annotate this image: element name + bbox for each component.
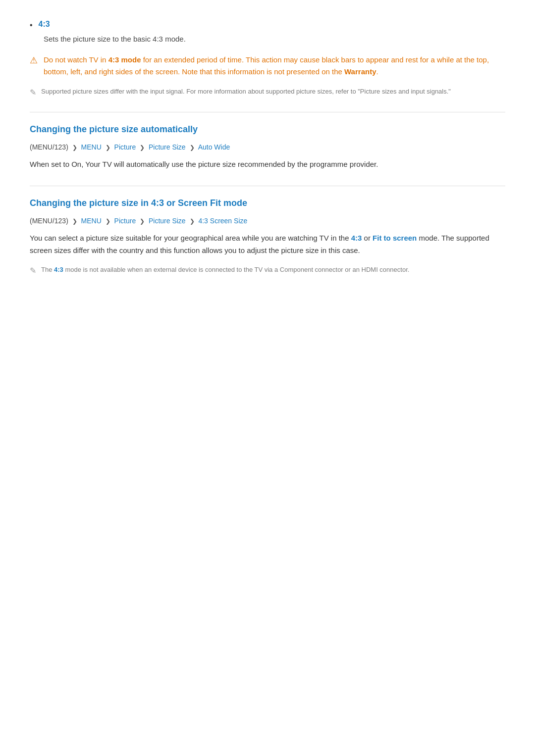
bc2-arrow1: ❯ <box>72 218 77 225</box>
bc2-part1: (MENU/123) <box>30 217 68 225</box>
pencil-icon-1: ✎ <box>30 88 36 97</box>
section1-breadcrumb: (MENU/123) ❯ MENU ❯ Picture ❯ Picture Si… <box>30 142 505 152</box>
bc2-arrow2: ❯ <box>106 218 110 225</box>
note-text-1: Supported picture sizes differ with the … <box>41 87 451 97</box>
note2-link: 4:3 <box>54 266 63 273</box>
bullet-label: 4:3 <box>39 20 50 29</box>
bullet-item-4-3: • 4:3 <box>30 20 505 30</box>
note2-after: mode is not available when an external d… <box>63 266 410 273</box>
section2-body-before: You can select a picture size suitable f… <box>30 234 351 242</box>
note-box-2: ✎ The 4:3 mode is not available when an … <box>30 265 505 275</box>
bc2-part5: 4:3 Screen Size <box>198 217 247 225</box>
warning-text-before: Do not watch TV in <box>44 55 108 64</box>
bullet-description: Sets the picture size to the basic 4:3 m… <box>44 34 505 45</box>
note-box-1: ✎ Supported picture sizes differ with th… <box>30 87 505 97</box>
note2-before: The <box>41 266 54 273</box>
bc1-part3: Picture <box>114 143 136 151</box>
section2-body: You can select a picture size suitable f… <box>30 232 505 257</box>
bc1-part1: (MENU/123) <box>30 143 68 151</box>
bc1-arrow4: ❯ <box>190 144 195 151</box>
bc1-part4: Picture Size <box>149 143 186 151</box>
section2-link-1: 4:3 <box>351 234 362 242</box>
section-divider-2 <box>30 186 505 186</box>
bc1-arrow2: ❯ <box>106 144 110 151</box>
section2-breadcrumb: (MENU/123) ❯ MENU ❯ Picture ❯ Picture Si… <box>30 215 505 226</box>
warning-link-2: Warranty <box>344 67 376 76</box>
pencil-icon-2: ✎ <box>30 266 36 275</box>
bc2-arrow4: ❯ <box>190 218 195 225</box>
note-text-2: The 4:3 mode is not available when an ex… <box>41 265 409 275</box>
bc1-part2: MENU <box>81 143 102 151</box>
section2-body-mid: or <box>362 234 373 242</box>
section1-title: Changing the picture size automatically <box>30 124 505 135</box>
warning-link-1: 4:3 mode <box>108 55 141 64</box>
bullet-dot: • <box>30 21 33 30</box>
section1-body: When set to On, Your TV will automatical… <box>30 158 505 171</box>
section2-title: Changing the picture size in 4:3 or Scre… <box>30 198 505 208</box>
section-divider-1 <box>30 112 505 112</box>
bc1-part5: Auto Wide <box>198 143 230 151</box>
bc2-arrow3: ❯ <box>140 218 145 225</box>
bc2-part3: Picture <box>114 217 136 225</box>
warning-icon: ⚠ <box>30 55 38 66</box>
bc1-arrow1: ❯ <box>72 144 77 151</box>
bc2-part2: MENU <box>81 217 102 225</box>
section2-link-2: Fit to screen <box>373 234 417 242</box>
bc2-part4: Picture Size <box>149 217 186 225</box>
warning-box: ⚠ Do not watch TV in 4:3 mode for an ext… <box>30 54 505 78</box>
warning-text-end: . <box>376 67 378 76</box>
warning-text: Do not watch TV in 4:3 mode for an exten… <box>44 54 505 78</box>
bc1-arrow3: ❯ <box>140 144 145 151</box>
